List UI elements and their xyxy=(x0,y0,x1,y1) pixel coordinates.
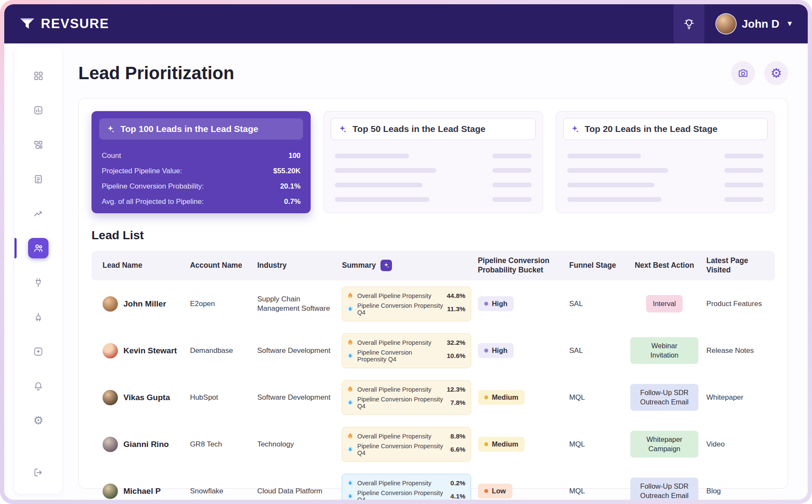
col-next-best-action: Next Best Action xyxy=(629,261,706,270)
summary-q4-row: Pipeline Conversion Propensity Q4 6.6% xyxy=(347,441,465,458)
next-best-action-badge[interactable]: Follow-Up SDR Outreach Email xyxy=(630,478,698,500)
summary-overall-value: 44.8% xyxy=(447,292,466,300)
user-name: John D xyxy=(742,17,779,31)
summary-q4-label: Pipeline Conversion Propensity Q4 xyxy=(357,490,446,500)
sidebar-item-analytics[interactable] xyxy=(28,100,49,120)
next-best-action-badge[interactable]: Whitepaper Campaign xyxy=(630,431,698,458)
summary-overall-row: Overall Pipeline Propensity 8.8% xyxy=(347,431,465,441)
summary-overall-value: 32.2% xyxy=(447,339,466,346)
active-indicator xyxy=(14,238,17,258)
top-bar: REVSURE John D ▼ xyxy=(4,4,808,43)
stat-label: Pipeline Conversion Probability: xyxy=(102,182,204,191)
idea-lightbulb-button[interactable] xyxy=(674,4,704,43)
summary-overall-row: Overall Pipeline Propensity 44.8% xyxy=(347,291,465,301)
lead-cell: Kevin Stewart xyxy=(103,343,190,358)
lead-name: Vikas Gupta xyxy=(123,393,170,402)
sidebar-item-ai[interactable] xyxy=(28,341,49,362)
sidebar-item-leads[interactable] xyxy=(28,238,49,258)
latest-page: Whitepaper xyxy=(706,393,775,402)
card-title-bar: Top 20 Leads in the Lead Stage xyxy=(563,118,768,140)
summary-q4-value: 11.3% xyxy=(447,305,466,313)
summary-overall-value: 8.8% xyxy=(450,432,465,440)
sidebar-item-logout[interactable] xyxy=(28,462,49,483)
ai-sparkle-chip[interactable] xyxy=(380,260,392,271)
next-best-action-badge[interactable]: Webinar Invitation xyxy=(630,337,698,364)
sidebar-item-reports[interactable] xyxy=(28,169,49,189)
sidebar-item-dashboard[interactable] xyxy=(28,66,49,86)
col-bucket: Pipeline Conversion Probability Bucket xyxy=(478,256,565,275)
sidebar-item-blocks[interactable] xyxy=(28,135,49,155)
next-best-action-badge[interactable]: Follow-Up SDR Outreach Email xyxy=(630,384,698,411)
latest-page: Product Features xyxy=(706,299,775,309)
table-row[interactable]: John Miller E2open Supply Chain Manageme… xyxy=(91,281,775,327)
flame-icon xyxy=(347,433,353,440)
col-industry: Industry xyxy=(257,261,342,270)
lead-cell: John Miller xyxy=(103,296,190,312)
brand-logo[interactable]: REVSURE xyxy=(19,15,109,32)
sidebar-item-trends[interactable] xyxy=(28,203,49,224)
card-top-50-leads[interactable]: Top 50 Leads in the Lead Stage xyxy=(323,111,543,213)
bucket-dot xyxy=(484,395,488,399)
bucket-label: Medium xyxy=(492,393,518,401)
summary-overall-value: 12.3% xyxy=(447,386,466,393)
lead-avatar xyxy=(103,343,118,358)
table-row[interactable]: Kevin Stewart Demandbase Software Develo… xyxy=(91,327,775,374)
table-row[interactable]: Vikas Gupta HubSpot Software Development… xyxy=(91,374,775,421)
bucket-cell: Medium xyxy=(478,437,569,452)
logout-icon xyxy=(33,467,43,478)
next-best-action-badge[interactable]: Interval xyxy=(646,295,683,312)
lead-cell: Gianni Rino xyxy=(103,437,190,452)
sidebar-item-notifications[interactable] xyxy=(28,376,49,396)
card-title: Top 50 Leads in the Lead Stage xyxy=(352,124,485,134)
sidebar: ⚙ xyxy=(14,47,62,494)
table-row[interactable]: Gianni Rino GR8 Tech Technology Overall … xyxy=(91,421,775,468)
sparkle-icon xyxy=(338,125,347,134)
bucket-badge: Medium xyxy=(478,437,525,452)
summary-box: Overall Pipeline Propensity 44.8% Pipeli… xyxy=(342,286,471,321)
snapshot-button[interactable] xyxy=(731,61,755,85)
summary-q4-row: Pipeline Conversion Propensity Q4 11.3% xyxy=(347,301,465,317)
col-summary-label: Summary xyxy=(342,261,376,270)
lead-cell: Michael P xyxy=(103,484,190,499)
lead-avatar xyxy=(103,296,118,312)
bucket-badge: Low xyxy=(478,484,512,498)
sidebar-item-plug[interactable] xyxy=(28,272,49,293)
action-cell: Follow-Up SDR Outreach Email xyxy=(629,478,706,500)
industry: Cloud Data Platform xyxy=(257,487,340,496)
card-stats: Count 100 Projected Pipeline Value: $55.… xyxy=(99,148,303,209)
summary-overall-label: Overall Pipeline Propensity xyxy=(357,386,431,393)
brand-name: REVSURE xyxy=(41,16,109,32)
summary-overall-label: Overall Pipeline Propensity xyxy=(357,433,431,440)
stat-label: Projected Pipeline Value: xyxy=(102,167,182,175)
user-avatar xyxy=(716,14,736,34)
settings-button[interactable]: ⚙ xyxy=(764,61,788,85)
summary-q4-value: 4.1% xyxy=(450,493,465,500)
card-top-20-leads[interactable]: Top 20 Leads in the Lead Stage xyxy=(556,111,775,213)
summary-cell: Overall Pipeline Propensity 12.3% Pipeli… xyxy=(342,380,477,415)
lead-name: Kevin Stewart xyxy=(123,346,177,355)
user-profile-menu[interactable]: John D ▼ xyxy=(716,14,796,34)
bucket-cell: High xyxy=(478,343,569,358)
col-lead-name: Lead Name xyxy=(103,261,190,270)
loading-skeleton xyxy=(331,154,535,202)
sparkle-icon xyxy=(570,125,579,134)
table-row[interactable]: Michael P Snowflake Cloud Data Platform … xyxy=(91,468,775,500)
lead-list-title: Lead List xyxy=(91,229,775,242)
col-account-name: Account Name xyxy=(190,261,257,270)
funnel-stage: MQL xyxy=(569,393,629,402)
stat-value: 20.1% xyxy=(280,182,300,191)
gear-icon: ⚙ xyxy=(33,415,43,427)
sparkle-icon xyxy=(106,125,115,134)
summary-q4-row: Pipeline Conversion Propensity Q4 7.8% xyxy=(347,395,465,411)
window-frame: REVSURE John D ▼ xyxy=(0,0,812,504)
main-area: Lead Prioritization ⚙ xyxy=(62,43,808,500)
card-top-100-leads[interactable]: Top 100 Leads in the Lead Stage Count 10… xyxy=(91,111,311,213)
stat-value: 0.7% xyxy=(284,198,301,206)
sidebar-item-integrations[interactable] xyxy=(28,307,49,327)
sidebar-item-settings[interactable]: ⚙ xyxy=(28,410,49,431)
droplet-icon xyxy=(347,306,353,312)
lead-cell: Vikas Gupta xyxy=(103,390,190,405)
socket-plug-icon xyxy=(33,312,43,322)
revsure-logo-icon xyxy=(19,15,36,32)
droplet-icon xyxy=(347,480,353,486)
